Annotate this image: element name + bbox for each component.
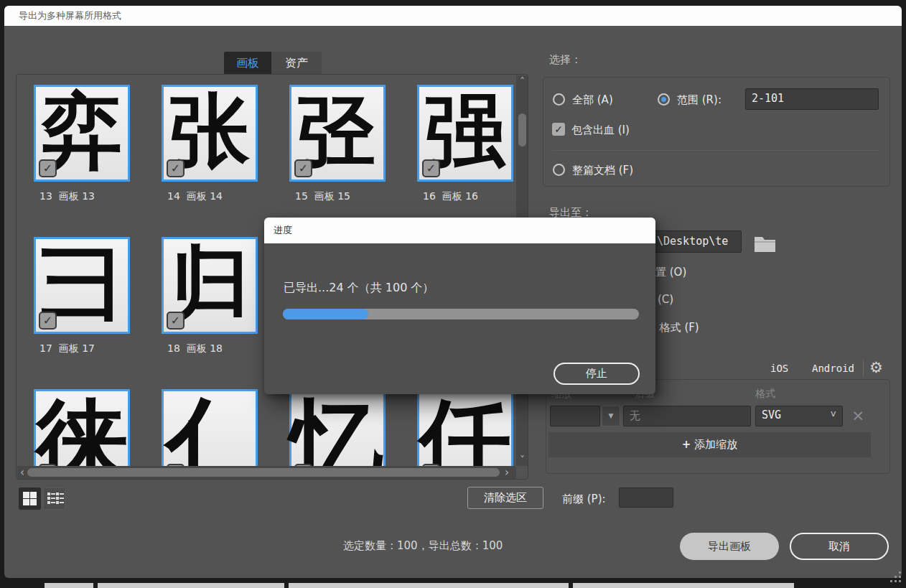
prefix-input[interactable] xyxy=(619,487,673,508)
artboard-thumbnail[interactable]: 弪✓ xyxy=(289,85,386,182)
scroll-down-icon[interactable]: ˅ xyxy=(516,455,528,464)
tab-artboards[interactable]: 画板 xyxy=(224,52,271,74)
artboard-art: 彐 xyxy=(36,242,128,322)
progress-dialog-body: 已导出...24 个（共 100 个） 停止 xyxy=(264,243,655,394)
chevron-down-icon: ˅ xyxy=(831,409,836,421)
artboard-checkbox[interactable]: ✓ xyxy=(422,159,440,177)
format-column-header: 格式 xyxy=(755,388,775,401)
open-location-option-partial[interactable]: 置 (O) xyxy=(655,266,686,279)
artboard-thumbnail[interactable]: 徕✓ xyxy=(34,389,130,466)
background-window-edge xyxy=(573,583,794,588)
format-option-partial[interactable]: ) 格式 (F) xyxy=(652,321,699,334)
format-select[interactable]: SVG ˅ xyxy=(755,406,843,426)
vertical-scrollbar-thumb[interactable] xyxy=(518,113,526,146)
radio-range[interactable] xyxy=(658,93,670,106)
artboard-thumbnail[interactable]: 亻✓ xyxy=(162,389,258,466)
artboard-label: 15 画板 15 xyxy=(295,190,350,203)
radio-range-label: 范围 (R): xyxy=(677,93,721,106)
artboard-thumbnail[interactable]: 彐✓ xyxy=(34,237,130,334)
prefix-label: 前缀 (P): xyxy=(562,493,606,505)
progress-dialog-titlebar[interactable]: 进度 xyxy=(264,218,655,243)
artboard-art: 徕 xyxy=(36,396,128,466)
progress-bar-fill xyxy=(283,309,368,319)
artboard-label: 18 画板 18 xyxy=(167,342,223,355)
include-bleed-checkbox[interactable]: ✓ xyxy=(552,123,565,136)
progress-dialog-title: 进度 xyxy=(274,225,292,235)
artboard-art: 归 xyxy=(164,242,256,322)
tab-assets[interactable]: 资产 xyxy=(271,52,322,74)
window-titlebar[interactable]: 导出为多种屏幕所用格式 xyxy=(4,6,902,26)
subfolder-option-partial[interactable]: (C) xyxy=(658,293,673,306)
artboard-thumbnail[interactable]: 张✓ xyxy=(162,85,258,182)
artboard-art: 弪 xyxy=(291,90,383,170)
artboard-checkbox[interactable]: ✓ xyxy=(294,159,312,177)
export-artboards-button[interactable]: 导出画板 xyxy=(680,533,779,560)
artboard-checkbox[interactable]: ✓ xyxy=(39,312,57,330)
progress-dialog: 进度 已导出...24 个（共 100 个） 停止 xyxy=(264,218,655,394)
add-scale-button[interactable]: + 添加缩放 xyxy=(548,432,871,457)
stop-button[interactable]: 停止 xyxy=(554,363,640,385)
scroll-up-icon[interactable]: ˄ xyxy=(516,77,528,85)
suffix-input[interactable]: 无 xyxy=(623,406,751,426)
resize-grip[interactable] xyxy=(890,570,905,584)
clear-selection-button[interactable]: 清除选区 xyxy=(467,487,543,509)
radio-full-document[interactable] xyxy=(553,164,565,176)
artboard-thumbnail[interactable]: 强✓ xyxy=(417,85,513,182)
artboard-art: 弈 xyxy=(36,90,128,170)
horizontal-scrollbar-thumb[interactable] xyxy=(27,468,500,477)
format-select-value: SVG xyxy=(762,409,781,421)
selection-heading: 选择： xyxy=(549,53,582,67)
artboard-label: 13 画板 13 xyxy=(39,190,95,203)
window-title: 导出为多种屏幕所用格式 xyxy=(19,10,121,21)
radio-full-document-label: 整篇文档 (F) xyxy=(572,164,633,177)
artboard-thumbnail[interactable]: 仟✓ xyxy=(417,389,513,466)
grid-view-icon xyxy=(23,492,37,505)
artboard-thumbnail[interactable]: 弈✓ xyxy=(34,85,130,182)
include-bleed-label: 包含出血 (I) xyxy=(571,123,630,136)
artboard-checkbox[interactable]: ✓ xyxy=(167,312,185,330)
artboard-art: 忆 xyxy=(291,396,383,466)
plus-icon: + xyxy=(682,438,691,451)
range-input[interactable]: 2-101 xyxy=(745,88,879,110)
selection-summary: 选定数量：100，导出总数：100 xyxy=(343,539,503,553)
list-view-button[interactable] xyxy=(43,487,65,510)
artboard-art: 强 xyxy=(419,90,511,170)
background-window-edge xyxy=(98,583,284,588)
artboard-art: 亻 xyxy=(164,396,256,466)
artboard-thumbnail[interactable]: 忆✓ xyxy=(289,389,386,466)
list-view-icon xyxy=(47,493,62,506)
scroll-left-icon[interactable]: ‹ xyxy=(17,468,27,477)
tab-android[interactable]: Android xyxy=(812,363,854,374)
tab-ios[interactable]: iOS xyxy=(770,363,788,374)
background-window-edge xyxy=(45,583,93,588)
progress-bar xyxy=(283,309,639,319)
scroll-right-icon[interactable]: › xyxy=(502,468,512,477)
radio-all[interactable] xyxy=(553,93,565,106)
scale-input[interactable] xyxy=(550,406,600,426)
artboard-thumbnail[interactable]: 归✓ xyxy=(162,237,258,334)
remove-scale-icon[interactable]: × xyxy=(851,406,864,425)
export-path-input[interactable]: \Desktop\te xyxy=(652,230,742,253)
grid-view-button[interactable] xyxy=(19,487,41,510)
scale-dropdown-button[interactable]: ▼ xyxy=(602,406,620,426)
background-window-edge xyxy=(289,583,569,588)
cancel-button[interactable]: 取消 xyxy=(790,533,889,560)
folder-icon[interactable] xyxy=(754,235,776,253)
formats-divider xyxy=(863,360,864,377)
artboard-label: 16 画板 16 xyxy=(423,190,478,203)
artboard-label: 17 画板 17 xyxy=(39,342,95,355)
artboard-checkbox[interactable]: ✓ xyxy=(39,159,57,177)
artboard-art: 张 xyxy=(164,90,256,170)
progress-status: 已导出...24 个（共 100 个） xyxy=(284,281,434,296)
artboard-label: 14 画板 14 xyxy=(167,190,223,203)
artboard-checkbox[interactable]: ✓ xyxy=(167,159,185,177)
artboard-art: 仟 xyxy=(419,396,511,466)
selection-divider xyxy=(553,150,879,151)
radio-all-label: 全部 (A) xyxy=(572,93,613,106)
gear-icon[interactable]: ⚙ xyxy=(869,359,883,376)
